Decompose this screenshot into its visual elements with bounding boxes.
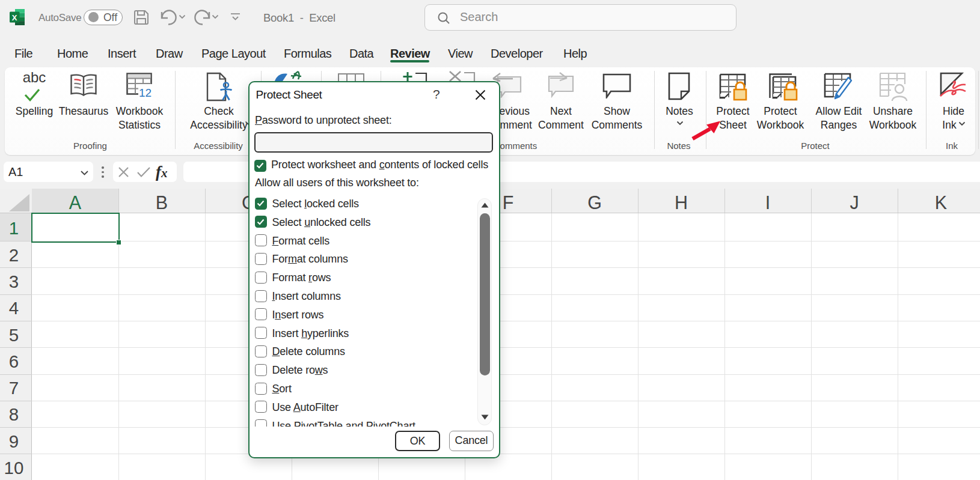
svg-text:123: 123 <box>139 87 152 99</box>
